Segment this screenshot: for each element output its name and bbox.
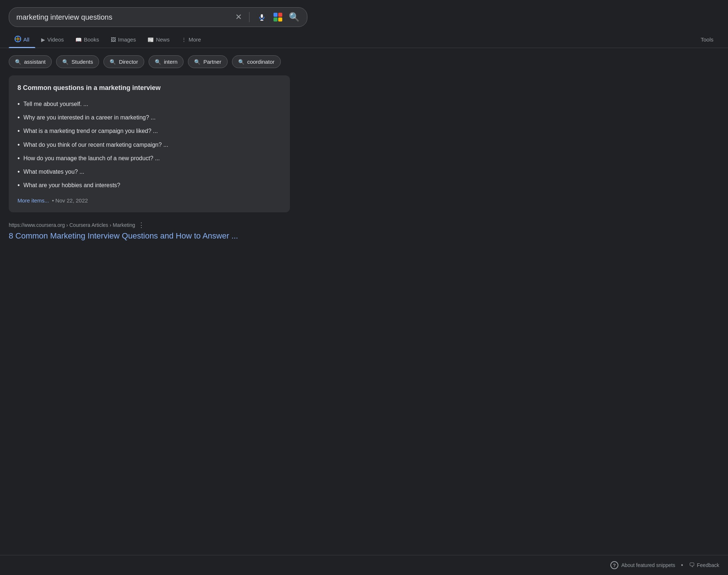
tab-news-label: News [156,36,170,43]
chip-assistant[interactable]: 🔍 assistant [9,55,52,68]
microphone-icon[interactable] [257,12,267,22]
snippet-list: • Tell me about yourself. ... • Why are … [17,98,281,192]
chip-coordinator[interactable]: 🔍 coordinator [232,55,281,68]
chip-label-assistant: assistant [24,59,46,65]
list-item: • How do you manage the launch of a new … [17,152,281,165]
chip-search-icon-partner: 🔍 [194,59,200,65]
search-icons-right: 🔍 [257,12,300,22]
list-item: • What is a marketing trend or campaign … [17,125,281,138]
result-url-text: https://www.coursera.org › Coursera Arti… [9,222,135,228]
filter-chips: 🔍 assistant 🔍 Students 🔍 Director 🔍 inte… [0,48,728,75]
more-icon: ⋮ [181,37,186,43]
chip-director[interactable]: 🔍 Director [103,55,144,68]
snippet-item-5: How do you manage the launch of a new pr… [23,154,160,163]
tab-books-label: Books [84,36,99,43]
snippet-item-7: What are your hobbies and interests? [23,181,120,190]
clear-icon[interactable]: ✕ [235,12,242,22]
list-item: • Why are you interested in a career in … [17,111,281,125]
images-icon: 🖼 [111,37,116,43]
tab-videos[interactable]: ▶ Videos [35,32,70,47]
chip-search-icon-coordinator: 🔍 [238,59,244,65]
tab-all-label: All [23,36,29,43]
snippet-item-3: What is a marketing trend or campaign yo… [23,127,158,135]
result-url: https://www.coursera.org › Coursera Arti… [9,221,290,229]
tab-all[interactable]: All [9,31,35,48]
news-icon: 📰 [147,37,154,43]
list-item: • Tell me about yourself. ... [17,98,281,111]
chip-partner[interactable]: 🔍 Partner [188,55,227,68]
chip-label-partner: Partner [203,59,221,65]
bullet-icon: • [17,113,20,122]
about-snippets-label: About featured snippets [621,562,675,568]
nav-tabs: All ▶ Videos 📖 Books 🖼 Images 📰 News ⋮ M… [0,31,728,48]
chip-students[interactable]: 🔍 Students [56,55,99,68]
chip-search-icon-students: 🔍 [62,59,68,65]
search-divider [249,12,249,22]
search-bar-container: marketing interview questions ✕ 🔍 [0,0,728,27]
bullet-icon: • [17,127,20,136]
search-query[interactable]: marketing interview questions [16,13,231,21]
search-bar: marketing interview questions ✕ 🔍 [9,7,307,27]
tab-images[interactable]: 🖼 Images [105,32,142,47]
tab-videos-label: Videos [47,36,64,43]
feedback-icon: 🗨 [689,562,695,568]
snippet-item-1: Tell me about yourself. ... [23,100,88,109]
chip-intern[interactable]: 🔍 intern [149,55,184,68]
bullet-icon: • [17,181,20,190]
feedback-button[interactable]: 🗨 Feedback [689,562,719,568]
result-source: https://www.coursera.org › Coursera Arti… [9,221,290,242]
chip-search-icon-intern: 🔍 [155,59,161,65]
chip-search-icon-director: 🔍 [110,59,116,65]
more-items-link[interactable]: More items... [17,197,49,204]
chip-label-coordinator: coordinator [247,59,275,65]
tab-images-label: Images [118,36,136,43]
tab-more[interactable]: ⋮ More [176,32,207,47]
books-icon: 📖 [75,37,82,43]
chip-label-students: Students [71,59,93,65]
bottom-dot: • [681,562,683,568]
about-snippets[interactable]: ? About featured snippets [610,561,675,569]
bottom-bar: ? About featured snippets • 🗨 Feedback [0,555,728,575]
snippet-item-4: What do you think of our recent marketin… [23,141,168,149]
chip-label-intern: intern [164,59,178,65]
svg-rect-1 [261,14,263,18]
tab-more-label: More [189,36,201,43]
tab-books[interactable]: 📖 Books [70,32,105,47]
snippet-date: • Nov 22, 2022 [52,197,88,204]
svg-rect-4 [274,13,278,17]
svg-rect-5 [278,13,282,17]
result-dots-icon[interactable]: ⋮ [138,221,145,229]
chip-search-icon-assistant: 🔍 [15,59,21,65]
svg-rect-6 [274,17,278,21]
list-item: • What are your hobbies and interests? [17,179,281,192]
list-item: • What motivates you? ... [17,165,281,179]
lens-icon[interactable] [273,12,283,22]
feedback-label: Feedback [697,562,719,568]
list-item: • What do you think of our recent market… [17,138,281,152]
snippet-item-2: Why are you interested in a career in ma… [23,113,156,122]
tab-news[interactable]: 📰 News [142,32,176,47]
all-icon [15,36,21,43]
tools-button[interactable]: Tools [695,32,719,47]
about-icon: ? [610,561,618,569]
more-items-row: More items... • Nov 22, 2022 [17,197,281,204]
bullet-icon: • [17,168,20,177]
snippet-item-6: What motivates you? ... [23,168,84,176]
bullet-icon: • [17,100,20,109]
snippet-title: 8 Common questions in a marketing interv… [17,84,281,92]
chip-label-director: Director [119,59,138,65]
svg-rect-7 [278,17,282,21]
bullet-icon: • [17,154,20,163]
bullet-icon: • [17,141,20,150]
result-title[interactable]: 8 Common Marketing Interview Questions a… [9,231,290,242]
videos-icon: ▶ [41,37,45,43]
main-content: 8 Common questions in a marketing interv… [0,75,299,251]
featured-snippet: 8 Common questions in a marketing interv… [9,75,290,212]
search-submit-icon[interactable]: 🔍 [289,12,300,22]
